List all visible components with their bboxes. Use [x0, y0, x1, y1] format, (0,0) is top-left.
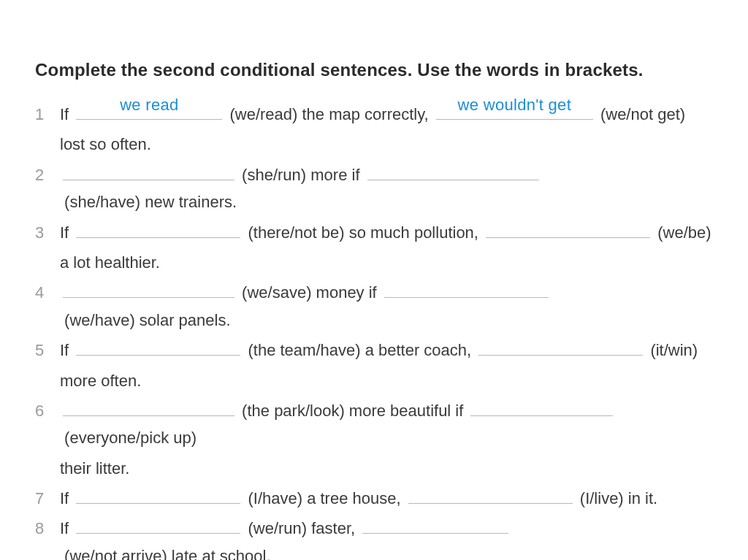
answer-blank[interactable] — [76, 486, 240, 504]
sentence-text: If — [60, 341, 73, 359]
sentence-text: If — [60, 489, 73, 507]
exercise-title: Complete the second conditional sentence… — [35, 60, 713, 80]
answer-blank[interactable] — [470, 398, 613, 416]
exercise-line: 2 (she/run) more if (she/have) new train… — [35, 161, 713, 216]
line-content: a lot healthier. — [60, 249, 160, 276]
line-content: If (there/not be) so much pollution, (we… — [60, 219, 711, 246]
sentence-text: a lot healthier. — [60, 253, 160, 272]
sentence-text: (she/run) more if — [237, 166, 365, 184]
sentence-text: (we/read) the map correctly, — [225, 105, 432, 123]
filled-answer: we wouldn't get — [436, 91, 593, 118]
line-content: If (we/run) faster, (we/not arrive) late… — [60, 515, 713, 560]
sentence-text: (everyone/pick up) — [60, 429, 196, 447]
item-number: 2 — [35, 161, 60, 188]
answer-blank[interactable] — [384, 280, 549, 298]
sentence-text: If — [60, 105, 73, 123]
line-content: (the park/look) more beautiful if (every… — [60, 397, 713, 452]
sentence-text: (it/win) — [646, 341, 698, 359]
answer-blank[interactable] — [63, 280, 234, 298]
answer-blank[interactable] — [63, 398, 234, 416]
item-number: 8 — [35, 515, 60, 542]
exercise-line: 3If (there/not be) so much pollution, (w… — [35, 219, 713, 246]
line-content: lost so often. — [60, 131, 151, 158]
sentence-text: (we/run) faster, — [243, 519, 359, 537]
answer-blank[interactable] — [486, 219, 650, 237]
answer-blank[interactable]: we wouldn't get — [436, 101, 593, 120]
sentence-text: (we/save) money if — [237, 283, 381, 302]
answer-blank[interactable] — [478, 337, 643, 356]
sentence-text: (we/not arrive) late at school. — [60, 547, 271, 560]
sentence-text: (I/live) in it. — [576, 489, 657, 507]
sentence-text: more often. — [60, 372, 141, 390]
exercise-line: 6 (the park/look) more beautiful if (eve… — [35, 397, 713, 452]
item-number: 7 — [35, 485, 60, 512]
filled-answer: we read — [76, 91, 222, 118]
line-content: (we/save) money if (we/have) solar panel… — [60, 279, 713, 334]
answer-blank[interactable] — [362, 515, 508, 534]
answer-blank[interactable] — [76, 515, 240, 534]
line-content: their litter. — [60, 455, 129, 482]
sentence-text: (we/have) solar panels. — [60, 311, 231, 329]
exercise-line: 1lost so often. — [35, 131, 713, 158]
sentence-text: lost so often. — [60, 135, 151, 153]
sentence-text: (there/not be) so much pollution, — [243, 223, 483, 242]
item-number: 3 — [35, 219, 60, 246]
answer-blank[interactable] — [367, 162, 539, 180]
exercise-line: 7If (I/have) a tree house, (I/live) in i… — [35, 485, 713, 512]
line-content: If (the team/have) a better coach, (it/w… — [60, 337, 698, 364]
exercise-line: 3a lot healthier. — [35, 249, 713, 276]
exercise-line: 5more often. — [35, 367, 713, 394]
sentence-text: (the team/have) a better coach, — [243, 341, 476, 359]
item-number: 6 — [35, 397, 60, 424]
answer-blank[interactable] — [63, 162, 234, 180]
line-content: If (I/have) a tree house, (I/live) in it… — [60, 485, 657, 512]
exercise-line: 4 (we/save) money if (we/have) solar pan… — [35, 279, 713, 334]
item-number: 1 — [35, 101, 60, 128]
exercise-line: 1If we read (we/read) the map correctly,… — [35, 101, 713, 128]
answer-blank[interactable]: we read — [76, 101, 222, 120]
item-number: 4 — [35, 279, 60, 306]
exercise-line: 6their litter. — [35, 455, 713, 482]
sentence-text: (we/not get) — [596, 105, 685, 123]
exercise-body: 1If we read (we/read) the map correctly,… — [35, 101, 713, 560]
sentence-text: their litter. — [60, 459, 129, 477]
sentence-text: (the park/look) more beautiful if — [237, 402, 468, 420]
answer-blank[interactable] — [76, 219, 240, 237]
exercise-line: 5If (the team/have) a better coach, (it/… — [35, 337, 713, 364]
sentence-text: (she/have) new trainers. — [60, 193, 237, 211]
line-content: (she/run) more if (she/have) new trainer… — [60, 161, 713, 216]
line-content: more often. — [60, 367, 141, 394]
sentence-text: (we/be) — [653, 223, 711, 242]
sentence-text: If — [60, 519, 73, 537]
sentence-text: (I/have) a tree house, — [243, 489, 405, 507]
line-content: If we read (we/read) the map correctly, … — [60, 101, 685, 128]
answer-blank[interactable] — [408, 486, 573, 504]
sentence-text: If — [60, 223, 73, 242]
exercise-line: 8If (we/run) faster, (we/not arrive) lat… — [35, 515, 713, 560]
answer-blank[interactable] — [76, 337, 240, 356]
item-number: 5 — [35, 337, 60, 364]
